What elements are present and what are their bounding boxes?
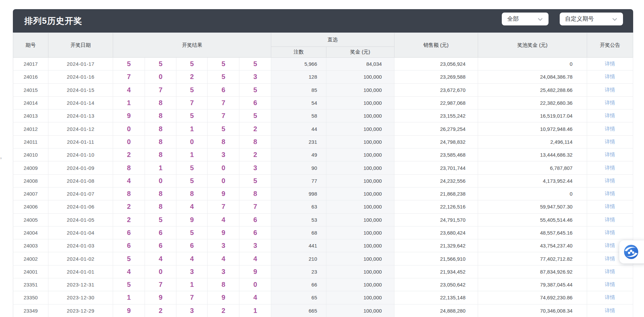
detail-link[interactable]: 详情 (605, 242, 615, 248)
date-cell: 2024-01-04 (48, 226, 113, 239)
table-row: 24001 2024-01-01 4 0 3 3 9 23 100,000 21… (13, 265, 633, 278)
result-digit: 5 (176, 58, 208, 71)
floating-service-button[interactable] (619, 240, 644, 263)
detail-link[interactable]: 详情 (605, 308, 615, 313)
col-header-pool: 奖池奖金 (元) (478, 33, 587, 58)
bets-cell: 54 (271, 96, 326, 109)
detail-link[interactable]: 详情 (605, 203, 615, 209)
result-digit: 4 (208, 213, 239, 226)
detail-link[interactable]: 详情 (605, 294, 615, 300)
sales-cell: 24,791,570 (394, 213, 478, 226)
pool-cell: 0 (478, 58, 587, 71)
pool-cell: 70,346,008.34 (478, 304, 587, 317)
result-digit: 7 (208, 110, 239, 122)
sales-cell: 24,888,280 (394, 304, 478, 317)
custom-period-dropdown[interactable]: 自定义期号 (560, 13, 623, 25)
result-digit: 7 (239, 200, 271, 213)
prize-cell: 100,000 (326, 265, 394, 278)
result-digit: 0 (208, 161, 239, 174)
result-digit: 7 (208, 96, 239, 109)
result-digit: 8 (176, 187, 208, 200)
detail-link[interactable]: 详情 (605, 87, 615, 93)
page-title: 排列5历史开奖 (24, 9, 82, 33)
period-cell: 24009 (13, 161, 48, 174)
period-cell: 24008 (13, 174, 48, 187)
detail-link[interactable]: 详情 (605, 139, 615, 144)
pool-cell: 10,972,948.46 (478, 122, 587, 135)
prize-cell: 100,000 (326, 304, 394, 317)
pool-cell: 77,402,712.82 (478, 252, 587, 265)
result-digit: 4 (113, 174, 145, 187)
prize-cell: 100,000 (326, 187, 394, 200)
table-row: 24014 2024-01-14 1 8 7 7 6 54 100,000 22… (13, 96, 633, 109)
detail-link[interactable]: 详情 (605, 126, 615, 132)
result-digit: 3 (208, 265, 239, 278)
period-cell: 24014 (13, 96, 48, 109)
date-cell: 2024-01-09 (48, 161, 113, 174)
detail-link[interactable]: 详情 (605, 165, 615, 171)
detail-link[interactable]: 详情 (605, 113, 615, 118)
result-digit: 2 (176, 71, 208, 83)
sales-cell: 22,987,068 (394, 96, 478, 109)
table-row: 24007 2024-01-07 8 8 8 9 8 998 100,000 2… (13, 187, 633, 200)
detail-link[interactable]: 详情 (605, 152, 615, 157)
period-cell: 24016 (13, 71, 48, 83)
prize-cell: 100,000 (326, 226, 394, 239)
date-cell: 2024-01-01 (48, 265, 113, 278)
pool-cell: 79,387,045.44 (478, 278, 587, 291)
period-cell: 24011 (13, 135, 48, 148)
table-row: 24009 2024-01-09 8 1 5 0 3 90 100,000 23… (13, 161, 633, 174)
history-panel: 排列5历史开奖 全部 自定义期号 期号 开奖日期 开奖结果 直 (13, 9, 633, 317)
table-row: 24012 2024-01-12 0 8 1 5 2 44 100,000 26… (13, 122, 633, 135)
date-cell: 2024-01-13 (48, 110, 113, 122)
detail-link[interactable]: 详情 (605, 100, 615, 105)
bets-cell: 77 (271, 174, 326, 187)
result-digit: 5 (239, 174, 271, 187)
result-digit: 0 (145, 174, 176, 187)
detail-link[interactable]: 详情 (605, 281, 615, 287)
result-digit: 2 (113, 148, 145, 161)
sales-cell: 23,056,924 (394, 58, 478, 71)
result-digit: 8 (239, 187, 271, 200)
detail-link[interactable]: 详情 (605, 191, 615, 196)
period-cell: 24007 (13, 187, 48, 200)
table-row: 24017 2024-01-17 5 5 5 5 5 5,966 84,034 … (13, 58, 633, 71)
date-cell: 2024-01-07 (48, 187, 113, 200)
result-digit: 5 (145, 58, 176, 71)
result-digit: 0 (113, 122, 145, 135)
result-digit: 5 (176, 226, 208, 239)
bets-cell: 65 (271, 291, 326, 304)
pool-cell: 0 (478, 187, 587, 200)
table-row: 24003 2024-01-03 6 6 6 3 3 441 100,000 2… (13, 239, 633, 252)
period-cell: 23351 (13, 278, 48, 291)
sales-cell: 22,126,516 (394, 200, 478, 213)
detail-link[interactable]: 详情 (605, 256, 615, 261)
prize-cell: 100,000 (326, 161, 394, 174)
detail-link[interactable]: 详情 (605, 217, 615, 222)
result-digit: 5 (176, 83, 208, 96)
pool-cell: 43,754,237.40 (478, 239, 587, 252)
detail-link[interactable]: 详情 (605, 61, 615, 66)
period-cell: 23350 (13, 291, 48, 304)
detail-link[interactable]: 详情 (605, 269, 615, 274)
pool-cell: 59,947,507.30 (478, 200, 587, 213)
sales-cell: 23,050,642 (394, 278, 478, 291)
detail-link[interactable]: 详情 (605, 74, 615, 79)
draw-type-dropdown[interactable]: 全部 (502, 13, 549, 25)
result-digit: 4 (113, 83, 145, 96)
sales-cell: 21,329,642 (394, 239, 478, 252)
detail-link[interactable]: 详情 (605, 230, 615, 235)
result-digit: 7 (176, 96, 208, 109)
pool-cell: 48,557,645.16 (478, 226, 587, 239)
detail-link[interactable]: 详情 (605, 178, 615, 183)
bets-cell: 68 (271, 226, 326, 239)
result-digit: 0 (208, 174, 239, 187)
result-digit: 2 (208, 304, 239, 317)
result-digit: 5 (113, 252, 145, 265)
period-cell: 24001 (13, 265, 48, 278)
result-digit: 8 (208, 278, 239, 291)
prize-cell: 100,000 (326, 239, 394, 252)
result-digit: 6 (176, 239, 208, 252)
period-cell: 24012 (13, 122, 48, 135)
sales-cell: 21,566,910 (394, 252, 478, 265)
